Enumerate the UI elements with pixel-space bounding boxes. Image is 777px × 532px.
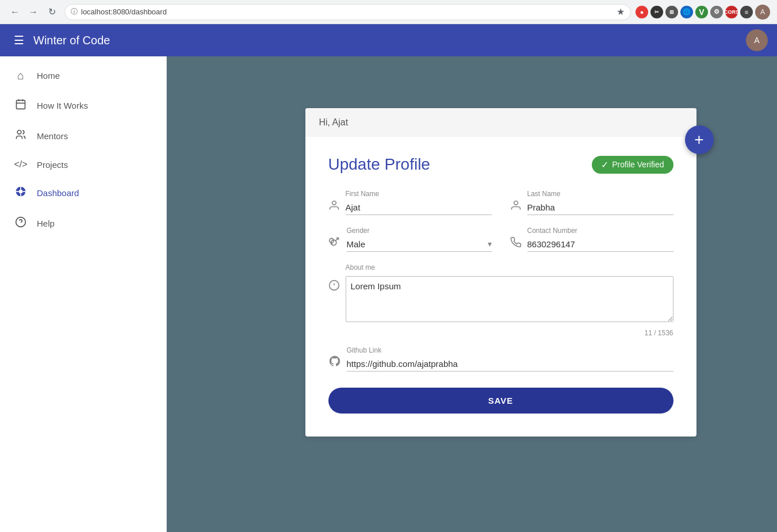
person-icon-last [510,200,522,214]
check-icon: ✓ [601,159,608,170]
sidebar-label-home: Home [37,71,60,81]
address-bar[interactable]: ⓘ localhost:8080/dashboard ★ [64,4,631,20]
ext-icon-5[interactable]: V [695,6,708,18]
url-text: localhost:8080/dashboard [81,7,167,16]
about-label: About me [346,263,673,271]
bookmark-icon[interactable]: ★ [617,6,625,17]
sidebar-label-dashboard: Dashboard [37,188,79,198]
mentors-icon [14,129,28,143]
sidebar-item-mentors[interactable]: Mentors [0,121,166,151]
name-row: First Name [328,190,673,215]
first-name-inner: First Name [346,190,492,215]
gender-label: Gender [347,227,492,235]
home-icon: ⌂ [14,69,28,82]
about-inner: About me Lorem Ipsum [346,263,673,324]
ext-icon-cors[interactable]: CORS [725,6,738,18]
svg-rect-0 [17,100,25,109]
ext-icon-1[interactable]: ● [636,6,648,18]
sidebar-item-help[interactable]: Help [0,208,166,239]
top-nav: ☰ Winter of Code A [0,24,777,56]
code-icon: </> [14,159,28,170]
sidebar-item-how-it-works[interactable]: How It Works [0,90,166,121]
sidebar-label-help: Help [37,219,55,228]
calendar-icon [14,98,28,113]
contact-label: Contact Number [527,227,673,235]
phone-icon [510,236,522,251]
profile-header: Update Profile ✓ Profile Verified [328,155,673,174]
info-icon [328,280,340,294]
gender-row: Male Female Other ▾ [347,237,492,252]
github-label: Github Link [347,346,673,354]
gender-field: Gender Male Female Other ▾ [328,227,492,252]
char-count: 11 / 1536 [328,329,673,337]
fab-add-button[interactable]: + [685,125,714,154]
sidebar-label-projects: Projects [37,160,68,170]
help-icon [14,216,28,231]
first-name-field: First Name [328,190,492,215]
contact-input[interactable] [527,237,673,252]
ext-icon-7[interactable]: ≡ [740,6,753,18]
save-button[interactable]: SAVE [328,388,673,414]
card-greeting: Hi, Ajat [305,108,696,137]
dashboard-icon [14,186,28,200]
first-name-label: First Name [346,190,492,198]
browser-chrome: ← → ↻ ⓘ localhost:8080/dashboard ★ ● ✂ ⊞… [0,0,777,24]
hamburger-button[interactable]: ☰ [9,29,29,52]
contact-field: Contact Number [510,227,673,252]
last-name-label: Last Name [527,190,673,198]
github-icon [328,355,341,370]
verified-badge: ✓ Profile Verified [592,156,673,174]
refresh-button[interactable]: ↻ [44,4,60,20]
sidebar-item-home[interactable]: ⌂ Home [0,61,166,90]
about-textarea[interactable]: Lorem Ipsum [346,276,673,322]
ext-icon-4[interactable]: 🌐 [680,6,693,18]
profile-card: + Hi, Ajat Update Profile ✓ Profile Veri… [305,108,696,437]
gender-contact-row: Gender Male Female Other ▾ [328,227,673,252]
gender-inner: Gender Male Female Other ▾ [347,227,492,252]
gender-icon [328,235,341,251]
github-row: Github Link [328,346,673,372]
verified-label: Profile Verified [612,160,664,169]
sidebar-item-dashboard[interactable]: Dashboard [0,178,166,208]
github-inner: Github Link [347,346,673,372]
ext-icon-2[interactable]: ✂ [650,6,663,18]
sidebar-item-projects[interactable]: </> Projects [0,151,166,178]
hamburger-icon: ☰ [14,33,24,47]
ext-icon-3[interactable]: ⊞ [665,6,678,18]
app: ☰ Winter of Code A ⌂ Home How It Works [0,24,777,532]
svg-point-10 [514,201,518,205]
top-nav-avatar[interactable]: A [746,29,768,51]
svg-point-4 [17,131,21,135]
contact-inner: Contact Number [527,227,673,252]
profile-title: Update Profile [328,155,430,174]
sidebar: ⌂ Home How It Works [0,56,167,532]
sidebar-label-how-it-works: How It Works [37,101,88,110]
content-area: + Hi, Ajat Update Profile ✓ Profile Veri… [167,56,777,532]
svg-point-6 [19,190,23,194]
last-name-inner: Last Name [527,190,673,215]
svg-point-9 [332,201,336,205]
browser-extensions: ● ✂ ⊞ 🌐 V ⚙ CORS ≡ A [636,5,770,20]
last-name-field: Last Name [510,190,673,215]
first-name-input[interactable] [346,200,492,215]
gender-select[interactable]: Male Female Other [347,237,492,252]
nav-buttons: ← → ↻ [7,4,60,20]
main-layout: ⌂ Home How It Works [0,56,777,532]
github-input[interactable] [347,357,673,372]
lock-icon: ⓘ [71,7,78,17]
back-button[interactable]: ← [7,4,23,20]
app-title: Winter of Code [33,34,110,47]
last-name-input[interactable] [527,200,673,215]
forward-button[interactable]: → [25,4,41,20]
plus-icon: + [694,131,703,149]
browser-profile-avatar[interactable]: A [755,5,770,20]
person-icon-first [328,200,340,214]
ext-icon-6[interactable]: ⚙ [710,6,723,18]
about-section: About me Lorem Ipsum [328,263,673,324]
sidebar-label-mentors: Mentors [37,131,68,141]
